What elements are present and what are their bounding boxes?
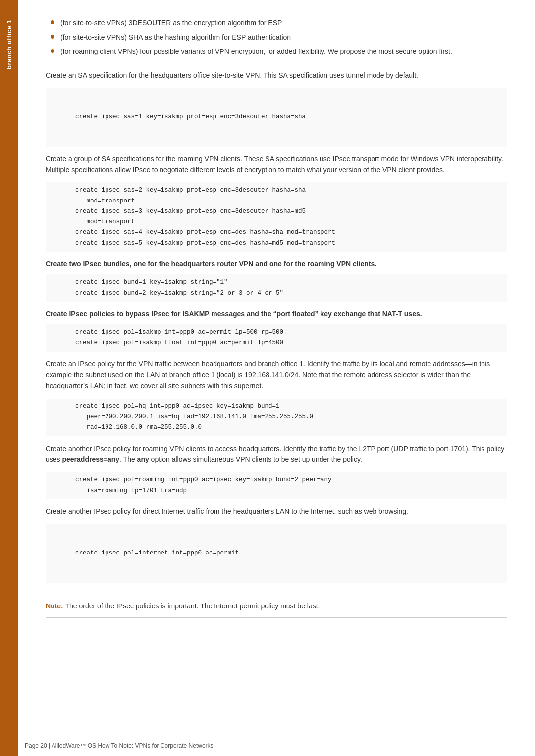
code-block-3: create ipsec bund=1 key=isakmp string="1… xyxy=(46,274,507,302)
sidebar-label: branch office 1 xyxy=(5,20,13,69)
para5: Create an IPsec policy for the VPN traff… xyxy=(46,358,507,392)
code-line: create ipsec sas=5 key=isakmp prot=esp e… xyxy=(75,238,507,249)
sidebar: branch office 1 xyxy=(0,0,18,756)
code-line: mod=transport xyxy=(75,196,507,206)
list-item: (for roaming client VPNs) four possible … xyxy=(51,47,507,57)
code-line: create ipsec bund=2 key=isakmp string="2… xyxy=(75,288,507,299)
code-block-6: create ipsec pol=roaming int=ppp0 ac=ips… xyxy=(46,472,507,499)
note-text: The order of the IPsec policies is impor… xyxy=(63,602,320,610)
code-block-2: create ipsec sas=2 key=isakmp prot=esp e… xyxy=(46,182,507,252)
main-content: (for site-to-site VPNs) 3DESOUTER as the… xyxy=(18,0,535,756)
code-line: create ipsec pol=internet int=ppp0 ac=pe… xyxy=(75,548,507,558)
para1: Create an SA specification for the headq… xyxy=(46,70,507,81)
code-line: rad=192.168.0.0 rma=255.255.0.0 xyxy=(75,422,507,433)
code-line: create ipsec pol=isakmp int=ppp0 ac=perm… xyxy=(75,327,507,338)
code-line: create ipsec sas=1 key=isakmp prot=esp e… xyxy=(75,112,507,122)
code-line: create ipsec pol=roaming int=ppp0 ac=ips… xyxy=(75,475,507,485)
footer: Page 20 | AlliedWare™ OS How To Note: VP… xyxy=(25,739,510,749)
code-line: isa=roaming lp=1701 tra=udp xyxy=(75,486,507,496)
code-block-4: create ipsec pol=isakmp int=ppp0 ac=perm… xyxy=(46,324,507,352)
code-line: create ipsec sas=3 key=isakmp prot=esp e… xyxy=(75,206,507,217)
note-label: Note: xyxy=(46,602,63,610)
code-line: create ipsec pol=isakmp_float int=ppp0 a… xyxy=(75,338,507,348)
code-line: peer=200.200.200.1 isa=hq lad=192.168.14… xyxy=(75,412,507,422)
list-item: (for site-to-site VPNs) 3DESOUTER as the… xyxy=(51,18,507,28)
para7: Create another IPsec policy for direct I… xyxy=(46,506,507,517)
para6-bold: peeraddress=any xyxy=(62,455,119,463)
bullet-dot xyxy=(51,20,54,24)
code-line: create ipsec bund=1 key=isakmp string="1… xyxy=(75,277,507,288)
bullet-text-1: (for site-to-site VPNs) 3DESOUTER as the… xyxy=(60,18,282,28)
bullet-text-2: (for site-to-site VPNs) SHA as the hashi… xyxy=(60,32,291,43)
bullet-dot xyxy=(51,35,54,39)
bullet-text-3: (for roaming client VPNs) four possible … xyxy=(60,47,452,57)
bullet-list: (for site-to-site VPNs) 3DESOUTER as the… xyxy=(46,18,507,61)
heading3: Create two IPsec bundles, one for the he… xyxy=(46,258,507,269)
para6: Create another IPsec policy for roaming … xyxy=(46,443,507,465)
code-line: create ipsec pol=hq int=ppp0 ac=ipsec ke… xyxy=(75,402,507,412)
code-line: create ipsec sas=2 key=isakmp prot=esp e… xyxy=(75,185,507,196)
code-line: mod=transport xyxy=(75,217,507,227)
bullet-dot xyxy=(51,49,54,53)
footer-text: Page 20 | AlliedWare™ OS How To Note: VP… xyxy=(25,742,214,749)
para6-bold2: any xyxy=(137,455,149,463)
code-block-7: create ipsec pol=internet int=ppp0 ac=pe… xyxy=(46,524,507,582)
code-line: create ipsec sas=4 key=isakmp prot=esp e… xyxy=(75,227,507,238)
list-item: (for site-to-site VPNs) SHA as the hashi… xyxy=(51,32,507,43)
heading4: Create IPsec policies to bypass IPsec fo… xyxy=(46,308,507,319)
para6-end: . The xyxy=(119,455,137,463)
para2: Create a group of SA specifications for … xyxy=(46,153,507,176)
para6-end2: option allows simultaneous VPN clients t… xyxy=(149,455,362,463)
code-block-1: create ipsec sas=1 key=isakmp prot=esp e… xyxy=(46,88,507,146)
note-box: Note: The order of the IPsec policies is… xyxy=(46,595,507,618)
code-block-5: create ipsec pol=hq int=ppp0 ac=ipsec ke… xyxy=(46,399,507,436)
